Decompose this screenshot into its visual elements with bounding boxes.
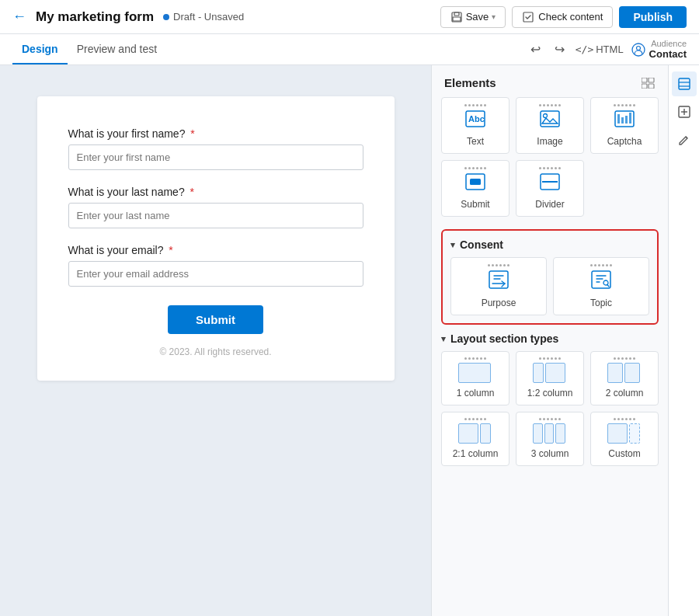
submit-button[interactable]: Submit [168, 305, 263, 334]
svg-rect-18 [629, 113, 631, 124]
dots-decoration [464, 167, 486, 169]
layout-12col[interactable]: 1:2 column [516, 351, 584, 405]
email-required: * [169, 244, 172, 256]
elements-grid: Abc Text Image [432, 97, 668, 226]
elements-header: Elements [432, 65, 668, 97]
header-right: Save ▾ Check content Publish [440, 6, 687, 28]
element-image[interactable]: Image [516, 97, 584, 154]
consent-section-header[interactable]: ▾ Consent [450, 238, 649, 251]
purpose-label: Purpose [482, 298, 516, 308]
svg-rect-9 [649, 84, 654, 89]
lastname-required: * [190, 186, 194, 198]
layout-12col-label: 1:2 column [527, 388, 573, 398]
dots-decoration [614, 357, 635, 360]
layout-21col[interactable]: 2:1 column [441, 412, 509, 466]
email-input[interactable] [68, 261, 363, 287]
layout-custom-preview [607, 423, 642, 445]
form-field-lastname: What is your last name? * [68, 186, 363, 228]
layout-21col-label: 2:1 column [453, 448, 499, 459]
firstname-input[interactable] [68, 144, 363, 170]
redo-button[interactable]: ↪ [551, 40, 568, 58]
side-layers-button[interactable] [672, 71, 697, 96]
elements-view-toggle[interactable] [642, 78, 656, 89]
consent-grid: Purpose [450, 257, 649, 315]
side-edit-button[interactable] [672, 127, 697, 152]
layout-section: ▾ Layout section types 1 column [441, 332, 659, 466]
form-preview-panel: What is your first name? * What is your … [0, 65, 431, 616]
page-title: My marketing form [36, 9, 154, 25]
check-content-button[interactable]: Check content [512, 6, 613, 28]
svg-rect-16 [621, 117, 624, 124]
layout-3col-preview [533, 423, 567, 445]
side-icon-bar [668, 65, 699, 616]
save-dropdown-chevron[interactable]: ▾ [492, 12, 496, 21]
layout-custom[interactable]: Custom [590, 412, 659, 466]
layers-icon [677, 77, 691, 91]
svg-point-13 [544, 114, 548, 118]
submit-element-icon [464, 172, 486, 196]
svg-text:Abc: Abc [468, 114, 485, 124]
captcha-element-label: Captcha [607, 136, 642, 147]
element-submit[interactable]: Submit [441, 160, 509, 217]
back-button[interactable]: ← [12, 9, 26, 25]
svg-rect-3 [523, 12, 533, 22]
layout-2col-label: 2 column [606, 388, 644, 398]
divider-element-label: Divider [535, 199, 564, 210]
add-icon [677, 105, 691, 119]
dots-decoration [590, 264, 612, 266]
dots-decoration [464, 104, 486, 106]
topic-label: Topic [590, 298, 612, 308]
tab-preview[interactable]: Preview and test [68, 34, 167, 64]
header-left: ← My marketing form Draft - Unsaved [12, 9, 244, 25]
side-add-button[interactable] [672, 99, 697, 124]
svg-rect-23 [489, 271, 508, 288]
element-text[interactable]: Abc Text [441, 97, 509, 154]
undo-button[interactable]: ↩ [527, 40, 544, 58]
layout-2col[interactable]: 2 column [590, 351, 659, 405]
divider-element-icon [539, 172, 561, 196]
subheader: Design Preview and test ↩ ↪ </> HTML Aud… [0, 34, 699, 65]
layout-section-header[interactable]: ▾ Layout section types [441, 332, 659, 345]
dots-decoration [539, 357, 561, 360]
layout-1col[interactable]: 1 column [441, 351, 509, 405]
svg-rect-1 [454, 12, 459, 16]
save-button[interactable]: Save ▾ [440, 6, 506, 28]
html-button[interactable]: </> HTML [576, 44, 624, 55]
tab-bar: Design Preview and test [12, 34, 166, 64]
layout-custom-label: Custom [608, 448, 640, 459]
layout-21col-preview [458, 423, 492, 445]
text-element-icon: Abc [464, 110, 486, 133]
draft-status: Draft - Unsaved [163, 11, 244, 23]
element-divider[interactable]: Divider [516, 160, 584, 217]
edit-icon [677, 133, 691, 147]
main-content: What is your first name? * What is your … [0, 65, 699, 616]
layout-chevron: ▾ [441, 334, 446, 344]
elements-panel: Elements Abc [431, 65, 668, 616]
submit-element-label: Submit [461, 199, 489, 210]
subheader-actions: ↩ ↪ </> HTML Audience Contact [527, 39, 687, 60]
consent-section: ▾ Consent [441, 229, 659, 325]
layout-1col-preview [458, 363, 492, 385]
audience-icon [631, 43, 645, 57]
layout-3col-label: 3 column [531, 448, 569, 459]
svg-rect-12 [541, 111, 559, 127]
layout-3col[interactable]: 3 column [516, 412, 584, 466]
svg-rect-8 [642, 84, 647, 89]
consent-topic[interactable]: Topic [553, 257, 649, 315]
check-content-icon [522, 11, 534, 23]
dots-decoration [464, 418, 486, 420]
svg-rect-2 [453, 17, 461, 21]
lastname-input[interactable] [68, 203, 363, 228]
image-element-label: Image [537, 136, 562, 147]
text-element-label: Text [467, 136, 484, 147]
form-card: What is your first name? * What is your … [37, 96, 395, 381]
dots-decoration [488, 264, 509, 266]
publish-button[interactable]: Publish [619, 6, 687, 28]
svg-rect-7 [649, 78, 654, 82]
consent-purpose[interactable]: Purpose [450, 257, 547, 315]
form-field-firstname: What is your first name? * [68, 127, 363, 170]
element-captcha[interactable]: Captcha [590, 97, 659, 154]
layout-1col-label: 1 column [457, 388, 495, 398]
form-field-email: What is your email? * [68, 244, 363, 287]
tab-design[interactable]: Design [12, 34, 68, 64]
